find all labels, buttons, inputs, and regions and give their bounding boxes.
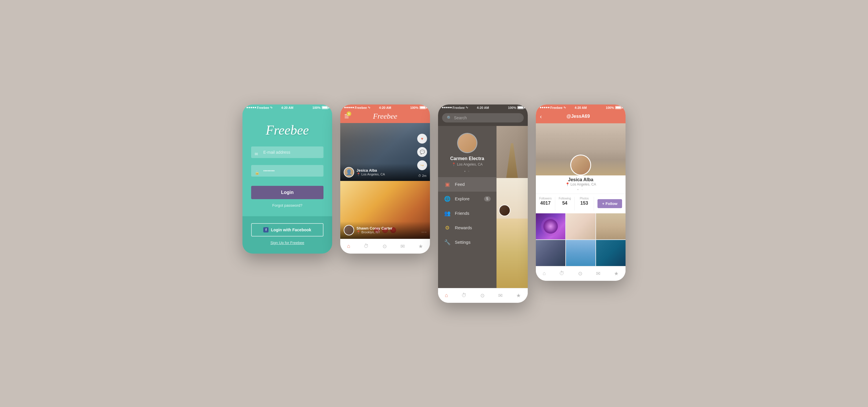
photo-thumb-2[interactable] — [566, 213, 595, 239]
post-actions-1: ♥ 💬 ↪ — [417, 134, 427, 170]
photo-thumb-3[interactable] — [596, 213, 625, 239]
status-bar-1: Freebee ∿ 4:20 AM 100% — [243, 105, 332, 111]
battery-icon — [615, 106, 621, 109]
signal-icon — [247, 107, 256, 108]
nav-history[interactable]: ⏱ — [361, 242, 371, 251]
signal-icon — [442, 107, 452, 108]
profile-cover-image — [536, 123, 625, 175]
follow-button[interactable]: + Follow — [597, 199, 622, 208]
menu-explore-label: Explore — [455, 196, 470, 201]
battery-icon — [517, 106, 524, 109]
search-bar-container: 🔍 Search — [438, 111, 528, 126]
right-dim-panel — [496, 126, 528, 288]
wifi-icon: ∿ — [466, 106, 468, 109]
like-button[interactable]: ♥ — [417, 134, 427, 144]
signup-link[interactable]: Sign Up for Freebee — [270, 240, 304, 245]
back-button[interactable]: ‹ — [540, 113, 542, 120]
phone-profile: Freebee ∿ 4:20 AM 100% ‹ @JessA69 — [536, 105, 625, 281]
profile-name: Jesica Alba — [540, 177, 621, 182]
post-more-dots[interactable]: ··· — [422, 230, 427, 235]
carrier-label: Freebee — [355, 106, 367, 109]
profile-avatar — [570, 154, 591, 175]
screens-container: Freebee ∿ 4:20 AM 100% Freebee ✉ 🔒 — [243, 105, 625, 303]
comment-button[interactable]: 💬 — [417, 147, 427, 157]
email-field[interactable] — [251, 146, 323, 158]
menu-rewards-label: Rewards — [455, 225, 472, 230]
nav-camera[interactable]: ⊙ — [380, 242, 389, 251]
nav-home[interactable]: ⌂ — [443, 291, 451, 300]
menu-friends-label: Friends — [455, 211, 469, 216]
menu-item-explore[interactable]: 🌐 Explore 5 — [438, 192, 496, 206]
photo-thumb-1[interactable] — [536, 213, 565, 239]
nav-home[interactable]: ⌂ — [345, 242, 353, 251]
menu-item-friends[interactable]: 👥 Friends — [438, 206, 496, 221]
nav-messages[interactable]: ✉ — [594, 269, 603, 278]
bottom-nav-4: ⌂ ⏱ ⊙ ✉ ★ — [536, 266, 625, 281]
nav-camera[interactable]: ⊙ — [576, 269, 585, 278]
battery-icon — [322, 106, 328, 109]
carrier-label: Freebee — [257, 106, 269, 109]
menu-panel: Carmen Electra 📍 Los Angeles, CA ● ○ ▣ F… — [438, 126, 496, 288]
post-avatar-1: 👤 — [344, 167, 354, 177]
time-label: 4:20 AM — [575, 106, 587, 109]
photo-thumb-4[interactable] — [536, 240, 565, 266]
rewards-icon: ⚙ — [444, 225, 451, 231]
nav-messages[interactable]: ✉ — [496, 291, 505, 300]
nav-favorites[interactable]: ★ — [514, 291, 523, 300]
menu-item-rewards[interactable]: ⚙ Rewards — [438, 221, 496, 235]
post-location-1: 📍 Los Angeles, CA — [356, 173, 385, 176]
password-field[interactable] — [251, 165, 323, 177]
stat-photos: Photos 153 — [575, 197, 594, 210]
nav-camera[interactable]: ⊙ — [478, 291, 487, 300]
menu-profile: Carmen Electra 📍 Los Angeles, CA ● ○ — [438, 126, 496, 177]
menu-item-feed[interactable]: ▣ Feed — [438, 177, 496, 192]
post-username-2: Shawn Corey Carter — [356, 226, 392, 230]
search-icon: 🔍 — [447, 116, 452, 120]
nav-messages[interactable]: ✉ — [398, 242, 407, 251]
search-bar[interactable]: 🔍 Search — [442, 113, 524, 122]
profile-name-section: Jesica Alba 📍 Los Angeles, CA ● ○ — [536, 175, 625, 194]
time-label: 4:20 AM — [477, 106, 489, 109]
facebook-login-button[interactable]: f Login with Facebook — [251, 223, 323, 236]
explore-icon: 🌐 — [444, 196, 451, 202]
feed-post-2: Shawn Corey Carter 📍 Brooklyn, NY ··· — [340, 181, 430, 239]
friends-icon: 👥 — [444, 210, 451, 216]
nav-home[interactable]: ⌂ — [540, 269, 548, 278]
feed-post-1: 👤 Jesica Alba 📍 Los Angeles, CA ⏱ 2m — [340, 123, 430, 181]
nav-history[interactable]: ⏱ — [557, 269, 567, 278]
photo-thumb-6[interactable] — [596, 240, 625, 266]
post-location-2: 📍 Brooklyn, NY — [356, 230, 392, 234]
battery-icon — [420, 106, 426, 109]
location-pin-icon: 📍 — [356, 230, 361, 234]
menu-items-list: ▣ Feed 🌐 Explore 5 👥 Friends — [438, 177, 496, 288]
profile-header-bar: ‹ @JessA69 — [536, 111, 625, 123]
clock-icon: ⏱ — [418, 174, 421, 177]
forgot-password-link[interactable]: Forgot password? — [272, 203, 302, 208]
photo-thumb-5[interactable] — [566, 240, 595, 266]
email-wrapper: ✉ — [251, 146, 323, 162]
nav-favorites[interactable]: ★ — [416, 242, 425, 251]
battery-percent: 100% — [312, 106, 320, 109]
explore-badge: 5 — [484, 196, 491, 201]
profile-indicator-dots: ● ○ — [540, 188, 621, 191]
login-button[interactable]: Login — [251, 186, 323, 199]
menu-user-name: Carmen Electra — [450, 156, 484, 161]
menu-avatar — [457, 133, 477, 153]
feed-header: ☰ 5 Freebee — [340, 111, 430, 123]
menu-button[interactable]: ☰ 5 — [344, 113, 349, 120]
location-pin-icon: 📍 — [452, 163, 456, 167]
menu-item-settings[interactable]: 🔧 Settings — [438, 235, 496, 250]
share-button[interactable]: ↪ — [417, 161, 427, 170]
bottom-nav-2: ⌂ ⏱ ⊙ ✉ ★ — [340, 239, 430, 254]
status-bar-3: Freebee ∿ 4:20 AM 100% — [438, 105, 528, 111]
photo-grid — [536, 213, 625, 266]
facebook-icon: f — [263, 227, 269, 232]
menu-settings-label: Settings — [455, 240, 470, 244]
nav-history[interactable]: ⏱ — [459, 291, 469, 300]
carrier-label: Freebee — [453, 106, 465, 109]
nav-favorites[interactable]: ★ — [612, 269, 621, 278]
phone-login: Freebee ∿ 4:20 AM 100% Freebee ✉ 🔒 — [243, 105, 332, 254]
right-panel-avatar — [499, 205, 510, 216]
time-label: 4:20 AM — [379, 106, 391, 109]
battery-percent: 100% — [606, 106, 614, 109]
